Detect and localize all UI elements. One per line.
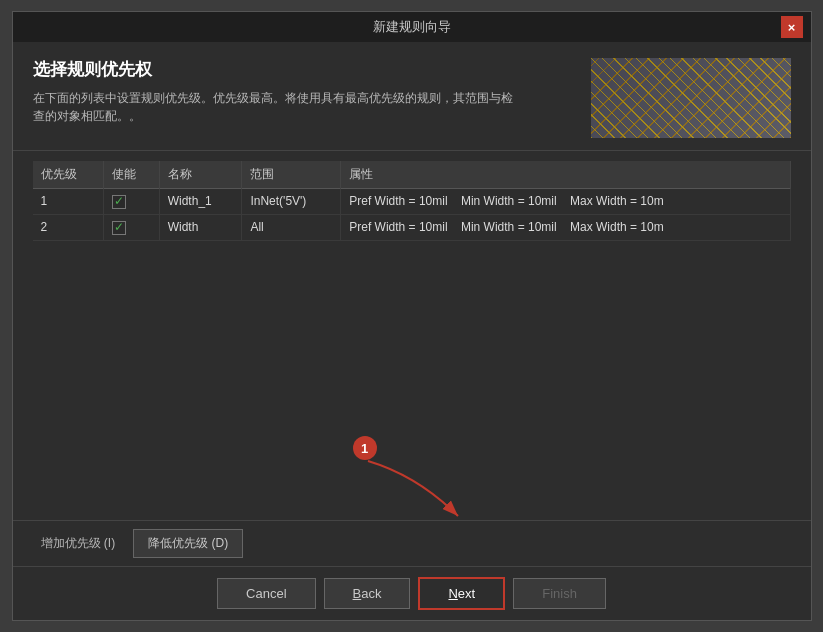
col-scope: 范围 [242, 161, 341, 189]
decrease-priority-button[interactable]: 降低优先级 (D) [133, 529, 243, 558]
next-button[interactable]: Next [418, 577, 505, 610]
header-title: 选择规则优先权 [33, 58, 591, 81]
table-row[interactable]: 1 Width_1 InNet('5V') Pref Width = 10mil… [33, 189, 791, 215]
cell-name-1: Width_1 [159, 189, 242, 215]
table-header-row: 优先级 使能 名称 范围 属性 [33, 161, 791, 189]
cell-scope-2: All [242, 214, 341, 240]
cell-enabled-2[interactable] [104, 214, 160, 240]
next-underline-n: N [448, 586, 457, 601]
header-description: 在下面的列表中设置规则优先级。优先级最高。将使用具有最高优先级的规则，其范围与检… [33, 89, 513, 125]
col-enabled: 使能 [104, 161, 160, 189]
cell-properties-2: Pref Width = 10mil Min Width = 10mil Max… [341, 214, 790, 240]
finish-button[interactable]: Finish [513, 578, 606, 609]
cell-name-2: Width [159, 214, 242, 240]
increase-priority-button[interactable]: 增加优先级 (I) [33, 531, 124, 556]
close-button[interactable]: × [781, 16, 803, 38]
pcb-thumbnail [591, 58, 791, 138]
cell-properties-1: Pref Width = 10mil Min Width = 10mil Max… [341, 189, 790, 215]
col-priority: 优先级 [33, 161, 104, 189]
annotation-arrow [358, 456, 478, 520]
cancel-button[interactable]: Cancel [217, 578, 315, 609]
back-button[interactable]: Back [324, 578, 411, 609]
dialog-window: 新建规则向导 × 选择规则优先权 在下面的列表中设置规则优先级。优先级最高。将使… [12, 11, 812, 621]
col-name: 名称 [159, 161, 242, 189]
bottom-controls: 增加优先级 (I) 降低优先级 (D) [13, 520, 811, 566]
cell-scope-1: InNet('5V') [242, 189, 341, 215]
annotation-marker: 1 [353, 436, 377, 460]
next-label-rest: ext [458, 586, 475, 601]
back-label-rest: ack [361, 586, 381, 601]
rules-table: 优先级 使能 名称 范围 属性 1 Width_1 InNet('5V') Pr… [33, 161, 791, 241]
dialog-title: 新建规则向导 [43, 18, 781, 36]
back-underline-b: B [353, 586, 362, 601]
table-row[interactable]: 2 Width All Pref Width = 10mil Min Width… [33, 214, 791, 240]
header-image [591, 58, 791, 138]
table-section: 优先级 使能 名称 范围 属性 1 Width_1 InNet('5V') Pr… [13, 151, 811, 520]
header-text: 选择规则优先权 在下面的列表中设置规则优先级。优先级最高。将使用具有最高优先级的… [33, 58, 591, 138]
cell-priority-2: 2 [33, 214, 104, 240]
checkbox-2[interactable] [112, 221, 126, 235]
cell-enabled-1[interactable] [104, 189, 160, 215]
title-bar: 新建规则向导 × [13, 12, 811, 42]
header-section: 选择规则优先权 在下面的列表中设置规则优先级。优先级最高。将使用具有最高优先级的… [13, 42, 811, 151]
checkbox-1[interactable] [112, 195, 126, 209]
col-properties: 属性 [341, 161, 790, 189]
footer: Cancel Back Next Finish [13, 566, 811, 620]
annotation-number: 1 [353, 436, 377, 460]
cell-priority-1: 1 [33, 189, 104, 215]
